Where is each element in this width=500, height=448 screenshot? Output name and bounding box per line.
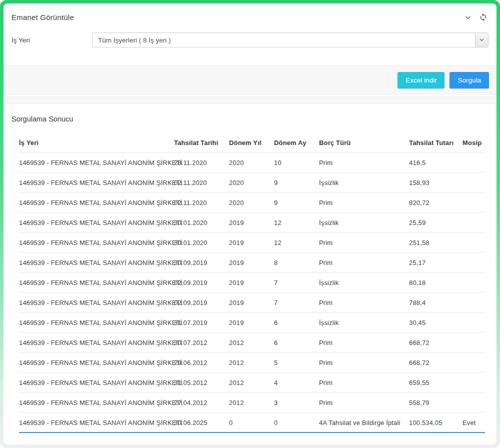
table-cell: 1469539 - FERNAS METAL SANAYİ ANONİM ŞİR… [19, 199, 174, 206]
table-cell: Prim [319, 359, 409, 366]
table-row: 1469539 - FERNAS METAL SANAYİ ANONİM ŞİR… [19, 273, 485, 293]
table-cell: 30.09.2019 [174, 259, 229, 266]
table-cell: 659,55 [409, 379, 462, 386]
green-frame: Emanet Görüntüle İş Yeri [0, 0, 500, 448]
viewport: Emanet Görüntüle İş Yeri [0, 0, 500, 448]
table-cell: 158,93 [409, 179, 462, 186]
refresh-button[interactable] [479, 13, 488, 22]
table-cell: 31.07.2019 [174, 319, 229, 326]
table-cell: 02.09.2019 [174, 299, 229, 306]
results-title: Sorgulama Sonucu [12, 115, 488, 123]
table-cell: 4 [274, 379, 319, 386]
table-row: 1469539 - FERNAS METAL SANAYİ ANONİM ŞİR… [19, 193, 485, 213]
table-cell: 2012 [229, 399, 274, 406]
column-header: Borç Türü [319, 139, 409, 146]
table-cell: 2012 [229, 359, 274, 366]
table-cell: 9 [274, 179, 319, 186]
table-cell: 1469539 - FERNAS METAL SANAYİ ANONİM ŞİR… [19, 259, 174, 266]
table-cell: 80,18 [409, 279, 462, 286]
table-cell: 1469539 - FERNAS METAL SANAYİ ANONİM ŞİR… [19, 399, 174, 406]
divider-strip [4, 96, 496, 104]
table-cell: 5 [274, 359, 319, 366]
table-cell: 9 [274, 199, 319, 206]
table-cell: 2019 [229, 319, 274, 326]
table-cell: 1469539 - FERNAS METAL SANAYİ ANONİM ŞİR… [19, 379, 174, 386]
table-cell: 0 [229, 419, 274, 426]
table-cell: 1469539 - FERNAS METAL SANAYİ ANONİM ŞİR… [19, 279, 174, 286]
table-cell: Prim [319, 259, 409, 266]
table-cell: 30,45 [409, 319, 462, 326]
table-cell: 7 [274, 299, 319, 306]
table-cell: 1469539 - FERNAS METAL SANAYİ ANONİM ŞİR… [19, 319, 174, 326]
table-cell: 1469539 - FERNAS METAL SANAYİ ANONİM ŞİR… [19, 359, 174, 366]
column-header: Dönem Ay [274, 139, 319, 146]
table-cell: 6 [274, 319, 319, 326]
table-cell: 2020 [229, 179, 274, 186]
table-cell: 8 [274, 259, 319, 266]
panel-header-actions [464, 13, 488, 22]
table-cell: 1469539 - FERNAS METAL SANAYİ ANONİM ŞİR… [19, 299, 174, 306]
table-cell: 27.04.2012 [174, 399, 229, 406]
table-cell: 2012 [229, 379, 274, 386]
table-cell: Prim [319, 339, 409, 346]
table-cell: Prim [319, 239, 409, 246]
table-cell: 25,17 [409, 259, 462, 266]
table-cell: 7 [274, 279, 319, 286]
isyeri-selected-value: Tüm İşyerleri ( 8 İş yeri ) [93, 33, 475, 47]
table-cell: Evet [462, 419, 485, 426]
column-header: Dönem Yıl [229, 139, 274, 146]
table-cell: Prim [319, 159, 409, 166]
table-row: 1469539 - FERNAS METAL SANAYİ ANONİM ŞİR… [19, 413, 485, 433]
table-cell: 31.05.2012 [174, 379, 229, 386]
table-cell: 788,4 [409, 299, 462, 306]
table-body: 1469539 - FERNAS METAL SANAYİ ANONİM ŞİR… [19, 153, 485, 433]
table-cell: 2012 [229, 339, 274, 346]
isyeri-label: İş Yeri [12, 32, 92, 48]
table-cell: 2019 [229, 299, 274, 306]
table-row: 1469539 - FERNAS METAL SANAYİ ANONİM ŞİR… [19, 313, 485, 333]
column-header: Mosip [462, 139, 485, 146]
table-cell: 29.06.2012 [174, 359, 229, 366]
table-cell: 251,58 [409, 239, 462, 246]
table-cell: 30.01.2020 [174, 239, 229, 246]
table-cell: İşsizlik [319, 279, 409, 286]
column-header: İş Yeri [19, 139, 174, 146]
excel-download-button[interactable]: Excel indir [398, 72, 444, 88]
panel-header: Emanet Görüntüle [4, 4, 496, 22]
table-row: 1469539 - FERNAS METAL SANAYİ ANONİM ŞİR… [19, 333, 485, 353]
column-header: Tahsilat Tutarı [409, 139, 462, 146]
table-cell: 1469539 - FERNAS METAL SANAYİ ANONİM ŞİR… [19, 159, 174, 166]
table-cell: 10 [274, 159, 319, 166]
table-cell: 668,72 [409, 359, 462, 366]
table-cell: 1469539 - FERNAS METAL SANAYİ ANONİM ŞİR… [19, 219, 174, 226]
collapse-panel-button[interactable] [464, 14, 472, 21]
sorgula-button[interactable]: Sorgula [450, 72, 489, 88]
chevron-down-icon [464, 14, 472, 21]
isyeri-select[interactable]: Tüm İşyerleri ( 8 İş yeri ) [92, 32, 488, 48]
table-cell: 2019 [229, 219, 274, 226]
page-title: Emanet Görüntüle [12, 13, 74, 22]
table-cell: 1469539 - FERNAS METAL SANAYİ ANONİM ŞİR… [19, 339, 174, 346]
table-row: 1469539 - FERNAS METAL SANAYİ ANONİM ŞİR… [19, 253, 485, 273]
table-cell: 1469539 - FERNAS METAL SANAYİ ANONİM ŞİR… [19, 179, 174, 186]
table-cell: 6 [274, 339, 319, 346]
table-cell: 30.06.2025 [174, 419, 229, 426]
table-row: 1469539 - FERNAS METAL SANAYİ ANONİM ŞİR… [19, 293, 485, 313]
table-cell: 30.07.2012 [174, 339, 229, 346]
table-row: 1469539 - FERNAS METAL SANAYİ ANONİM ŞİR… [19, 173, 485, 193]
table-cell: 30.01.2020 [174, 219, 229, 226]
table-cell: 820,72 [409, 199, 462, 206]
select-arrow-box[interactable] [475, 33, 488, 47]
table-cell: 3 [274, 399, 319, 406]
table-cell: 02.11.2020 [174, 179, 229, 186]
table-row: 1469539 - FERNAS METAL SANAYİ ANONİM ŞİR… [19, 213, 485, 233]
table-cell: 12 [274, 239, 319, 246]
table-cell: 28.11.2020 [174, 159, 229, 166]
table-cell: Prim [319, 399, 409, 406]
table-cell: 1469539 - FERNAS METAL SANAYİ ANONİM ŞİR… [19, 419, 174, 426]
table-cell: 2019 [229, 259, 274, 266]
isyeri-form-row: İş Yeri Tüm İşyerleri ( 8 İş yeri ) [4, 22, 496, 48]
table-cell: 02.09.2019 [174, 279, 229, 286]
table-cell: 2020 [229, 159, 274, 166]
table-cell: İşsizlik [319, 319, 409, 326]
